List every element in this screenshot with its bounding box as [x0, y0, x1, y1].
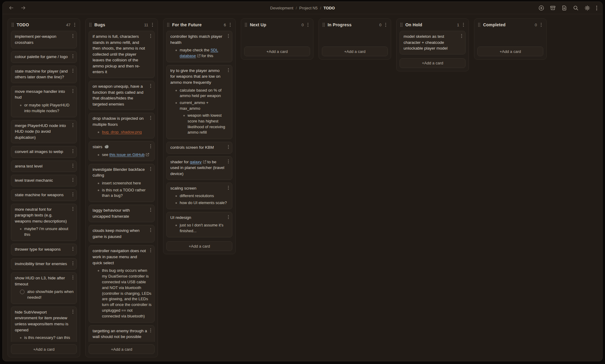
- card[interactable]: controls screen for KBM: [166, 142, 232, 154]
- forward-button[interactable]: [20, 4, 27, 11]
- add-card-button[interactable]: +Add a card: [244, 47, 310, 56]
- card[interactable]: merge PlayerHUD node into HUD node (to a…: [11, 120, 77, 144]
- add-card-button[interactable]: +Add a card: [89, 344, 155, 354]
- card[interactable]: level travel mechanic: [11, 175, 77, 187]
- card[interactable]: state machine for weapons: [11, 189, 77, 201]
- column-menu-button[interactable]: [73, 22, 76, 28]
- card-menu-button[interactable]: [71, 68, 74, 73]
- column-for-the-future: For the Future6controller lights match p…: [163, 18, 236, 254]
- card-menu-button[interactable]: [71, 54, 74, 59]
- card-menu-button[interactable]: [149, 33, 152, 39]
- card-menu-button[interactable]: [71, 122, 74, 128]
- card[interactable]: shader for galaxy to be used in planet s…: [166, 156, 232, 180]
- card[interactable]: clouds keep moving when game is paused: [89, 225, 155, 242]
- card[interactable]: stairs see this issue on GitHub: [89, 141, 155, 161]
- card-menu-button[interactable]: [71, 33, 74, 39]
- card[interactable]: scaling screendifferent resolutionshow d…: [166, 183, 232, 209]
- card[interactable]: on weapon unequip, have a function that …: [89, 81, 155, 110]
- column-menu-button[interactable]: [151, 22, 154, 28]
- card-menu-button[interactable]: [227, 67, 230, 73]
- card[interactable]: controller lights match player healthmay…: [166, 31, 232, 62]
- card-menu-button[interactable]: [71, 309, 74, 314]
- bullet-icon: [175, 50, 177, 51]
- card-menu-button[interactable]: [227, 185, 230, 190]
- column-drag-handle[interactable]: [11, 23, 14, 27]
- card[interactable]: controller navigation does not work in p…: [89, 245, 155, 322]
- card-link[interactable]: galaxy: [190, 160, 202, 164]
- card-menu-button[interactable]: [149, 248, 152, 253]
- column-menu-button[interactable]: [306, 22, 309, 28]
- column-drag-handle[interactable]: [478, 23, 480, 27]
- card-menu-button[interactable]: [71, 163, 74, 168]
- card-menu-button[interactable]: [71, 88, 74, 94]
- column-menu-button[interactable]: [540, 22, 543, 28]
- card-menu-button[interactable]: [71, 246, 74, 252]
- card-menu-button[interactable]: [227, 159, 230, 164]
- card[interactable]: show HUD on L3, hide after timeoutalso s…: [11, 272, 77, 304]
- card[interactable]: try to give the player ammo for weapons …: [166, 65, 232, 139]
- column-drag-handle[interactable]: [400, 23, 403, 27]
- card[interactable]: targetting an enemy through a wall shoul…: [89, 325, 155, 342]
- card[interactable]: if ammo is full, characters stands in am…: [89, 31, 155, 78]
- card[interactable]: hide SubViewport environment for item pr…: [11, 307, 77, 342]
- card[interactable]: move message handler into hudor maybe sp…: [11, 86, 77, 117]
- card[interactable]: model skeleton as test character + cheat…: [400, 31, 466, 54]
- card-menu-button[interactable]: [149, 207, 152, 213]
- card[interactable]: colour palette for game / logo: [11, 51, 77, 63]
- card-title: level travel mechanic: [15, 177, 70, 184]
- card[interactable]: invincibility timer for enemies: [11, 258, 77, 270]
- search-button[interactable]: [573, 5, 579, 11]
- card-menu-button[interactable]: [149, 227, 152, 233]
- card-menu-button[interactable]: [460, 33, 463, 39]
- card-menu-button[interactable]: [227, 33, 230, 39]
- card[interactable]: UI redesignjust so I don't assume it's f…: [166, 212, 232, 237]
- column-drag-handle[interactable]: [89, 23, 92, 27]
- breadcrumb-item[interactable]: Development: [270, 6, 293, 10]
- card[interactable]: more neutral font for paragraph texts (e…: [11, 204, 77, 241]
- card-menu-button[interactable]: [71, 261, 74, 266]
- card-menu-button[interactable]: [71, 275, 74, 280]
- card-link[interactable]: bug_drop_shadow.png: [102, 130, 142, 134]
- card-menu-button[interactable]: [71, 177, 74, 183]
- card-menu-button[interactable]: [149, 144, 152, 149]
- card-link[interactable]: this issue on GitHub: [110, 152, 145, 157]
- column-menu-button[interactable]: [384, 22, 387, 28]
- card-menu-button[interactable]: [227, 214, 230, 220]
- card-menu-button[interactable]: [71, 206, 74, 212]
- column-drag-handle[interactable]: [167, 23, 169, 27]
- column-drag-handle[interactable]: [322, 23, 325, 27]
- card[interactable]: state machine for player (and others lat…: [11, 66, 77, 83]
- add-card-button[interactable]: +Add a card: [400, 58, 466, 68]
- column-menu-button[interactable]: [462, 22, 465, 28]
- window-menu-button[interactable]: [596, 5, 597, 11]
- card-menu-button[interactable]: [227, 144, 230, 150]
- add-card-button[interactable]: +Add a card: [166, 241, 232, 251]
- card[interactable]: investigate Blender backface cullinginse…: [89, 164, 155, 202]
- card[interactable]: thrower type for weapons: [11, 244, 77, 255]
- breadcrumb-item[interactable]: Project N5: [299, 6, 318, 10]
- card[interactable]: arena test level: [11, 161, 77, 172]
- add-button[interactable]: [538, 5, 544, 11]
- column-drag-handle[interactable]: [245, 23, 247, 27]
- card[interactable]: convert all images to webp: [11, 146, 77, 158]
- card-menu-button[interactable]: [149, 166, 152, 172]
- card[interactable]: drop shadow is projected on multiple flo…: [89, 113, 155, 138]
- card-menu-button[interactable]: [71, 148, 74, 154]
- card-menu-button[interactable]: [149, 83, 152, 89]
- checkbox-circle[interactable]: [20, 290, 25, 294]
- card-menu-button[interactable]: [149, 328, 152, 333]
- card-head: level travel mechanic: [15, 177, 74, 184]
- settings-button[interactable]: [584, 5, 590, 11]
- add-card-button[interactable]: +Add a card: [11, 344, 77, 354]
- card-menu-button[interactable]: [149, 115, 152, 121]
- card[interactable]: laggy behaviour with uncapped framerate: [89, 205, 155, 222]
- add-card-button[interactable]: +Add a card: [477, 47, 543, 56]
- archive-button[interactable]: [550, 5, 556, 11]
- back-button[interactable]: [8, 4, 15, 11]
- column-menu-button[interactable]: [229, 22, 232, 28]
- notes-button[interactable]: [561, 5, 567, 11]
- card-head: arena test level: [15, 163, 74, 169]
- card-menu-button[interactable]: [71, 192, 74, 197]
- add-card-button[interactable]: +Add a card: [322, 47, 388, 56]
- card[interactable]: implement per-weapon crosshairs: [11, 31, 77, 48]
